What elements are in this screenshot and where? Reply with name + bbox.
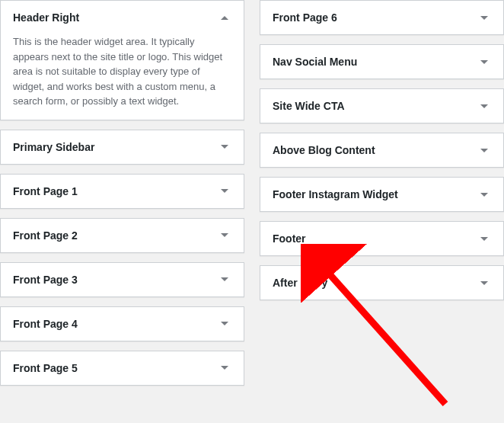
widget-header-front-page-4[interactable]: Front Page 4 <box>1 307 244 341</box>
widget-title: Header Right <box>13 11 79 24</box>
widget-header-front-page-3[interactable]: Front Page 3 <box>1 263 244 296</box>
chevron-down-icon <box>221 189 228 193</box>
widget-area-above-blog-content: Above Blog Content <box>260 133 504 168</box>
widget-title: Front Page 3 <box>13 274 78 286</box>
widget-header-after-entry[interactable]: After Entry <box>260 266 503 300</box>
widget-area-header-right: Header Right This is the header widget a… <box>0 0 244 120</box>
chevron-down-icon <box>221 145 228 149</box>
chevron-up-icon <box>221 16 228 20</box>
widget-title: Footer <box>273 232 306 245</box>
widget-header-front-page-2[interactable]: Front Page 2 <box>1 219 244 252</box>
chevron-down-icon <box>221 366 228 370</box>
widget-area-after-entry: After Entry <box>260 265 504 300</box>
widget-header-front-page-6[interactable]: Front Page 6 <box>260 1 503 34</box>
widget-title: Nav Social Menu <box>273 56 357 68</box>
widget-header-primary-sidebar[interactable]: Primary Sidebar <box>1 130 244 164</box>
widget-header-front-page-1[interactable]: Front Page 1 <box>1 175 244 208</box>
widget-title: Front Page 2 <box>13 229 78 242</box>
chevron-down-icon <box>480 193 488 197</box>
widget-description: This is the header widget area. It typic… <box>1 34 244 120</box>
widget-header-above-blog-content[interactable]: Above Blog Content <box>260 133 503 167</box>
chevron-down-icon <box>480 237 488 241</box>
widget-header-nav-social-menu[interactable]: Nav Social Menu <box>260 45 503 79</box>
widget-title: Front Page 6 <box>273 11 337 24</box>
chevron-down-icon <box>480 281 488 285</box>
widget-area-primary-sidebar: Primary Sidebar <box>0 130 244 165</box>
widget-area-site-wide-cta: Site Wide CTA <box>260 88 504 123</box>
widget-header-front-page-5[interactable]: Front Page 5 <box>1 351 244 385</box>
widget-title: Site Wide CTA <box>273 100 345 112</box>
widget-title: Front Page 1 <box>13 185 78 197</box>
chevron-down-icon <box>221 322 228 325</box>
widget-area-front-page-3: Front Page 3 <box>0 262 244 297</box>
widget-area-nav-social-menu: Nav Social Menu <box>260 44 504 79</box>
right-column: Front Page 6 Nav Social Menu Site Wide C… <box>260 0 504 386</box>
widget-header-footer-instagram-widget[interactable]: Footer Instagram Widget <box>260 178 503 211</box>
widget-area-front-page-5: Front Page 5 <box>0 351 244 386</box>
left-column: Header Right This is the header widget a… <box>0 0 244 386</box>
widget-area-front-page-2: Front Page 2 <box>0 218 244 253</box>
chevron-down-icon <box>480 104 488 108</box>
widget-area-footer-instagram-widget: Footer Instagram Widget <box>260 177 504 212</box>
widget-title: Front Page 5 <box>13 362 78 374</box>
chevron-down-icon <box>221 233 228 237</box>
widget-header-site-wide-cta[interactable]: Site Wide CTA <box>260 89 503 123</box>
widget-title: Primary Sidebar <box>13 141 94 153</box>
widget-title: Footer Instagram Widget <box>273 188 398 200</box>
widget-header-header-right[interactable]: Header Right <box>1 1 244 34</box>
chevron-down-icon <box>480 149 488 152</box>
widget-title: Above Blog Content <box>273 144 375 156</box>
widget-title: After Entry <box>273 277 327 289</box>
chevron-down-icon <box>480 16 488 20</box>
widget-area-front-page-6: Front Page 6 <box>260 0 504 35</box>
chevron-down-icon <box>480 60 488 64</box>
widget-header-footer[interactable]: Footer <box>260 222 503 255</box>
widget-area-front-page-4: Front Page 4 <box>0 306 244 341</box>
chevron-down-icon <box>221 277 228 281</box>
widget-title: Front Page 4 <box>13 318 78 330</box>
widget-area-footer: Footer <box>260 221 504 256</box>
widget-areas-container: Header Right This is the header widget a… <box>0 0 504 386</box>
widget-area-front-page-1: Front Page 1 <box>0 174 244 209</box>
